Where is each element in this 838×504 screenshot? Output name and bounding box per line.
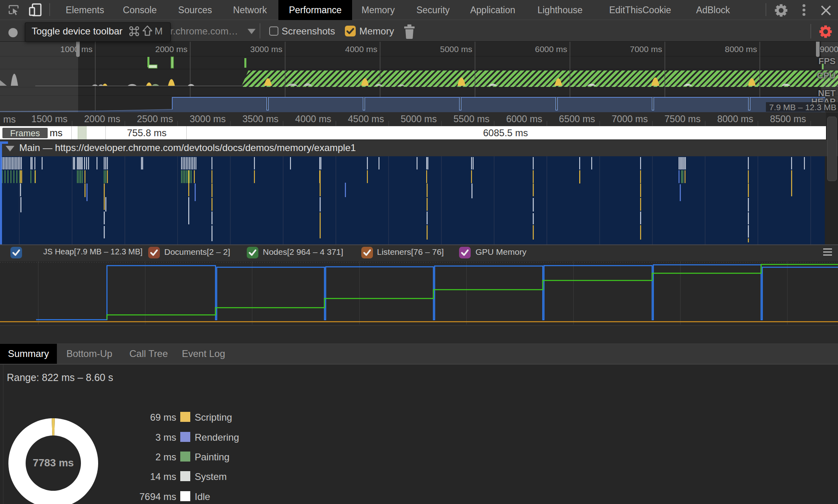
svg-text:7000 ms: 7000 ms [612,114,648,124]
svg-text:2500 ms: 2500 ms [137,114,173,124]
svg-text:5000 ms: 5000 ms [440,44,472,54]
svg-text:7500 ms: 7500 ms [665,114,701,124]
svg-text:3500 ms: 3500 ms [242,114,278,124]
svg-text:4000 ms: 4000 ms [345,44,377,54]
svg-text:2000 ms: 2000 ms [84,114,120,124]
svg-text:2000 ms: 2000 ms [155,44,187,54]
svg-text:ms: ms [3,114,16,125]
svg-text:7000 ms: 7000 ms [630,44,662,54]
svg-text:8000 ms: 8000 ms [725,44,757,54]
svg-text:5000 ms: 5000 ms [401,114,437,124]
svg-text:6500 ms: 6500 ms [559,114,595,124]
svg-text:6000 ms: 6000 ms [535,44,567,54]
svg-text:6000 ms: 6000 ms [506,114,542,124]
svg-text:4000 ms: 4000 ms [295,114,331,124]
svg-text:8000 ms: 8000 ms [717,114,753,124]
svg-text:1500 ms: 1500 ms [31,114,67,124]
svg-text:8500 ms: 8500 ms [770,114,806,124]
svg-text:5500 ms: 5500 ms [453,114,490,124]
svg-text:3000 ms: 3000 ms [250,44,282,54]
svg-text:4500 ms: 4500 ms [348,114,384,124]
svg-text:3000 ms: 3000 ms [189,114,226,124]
